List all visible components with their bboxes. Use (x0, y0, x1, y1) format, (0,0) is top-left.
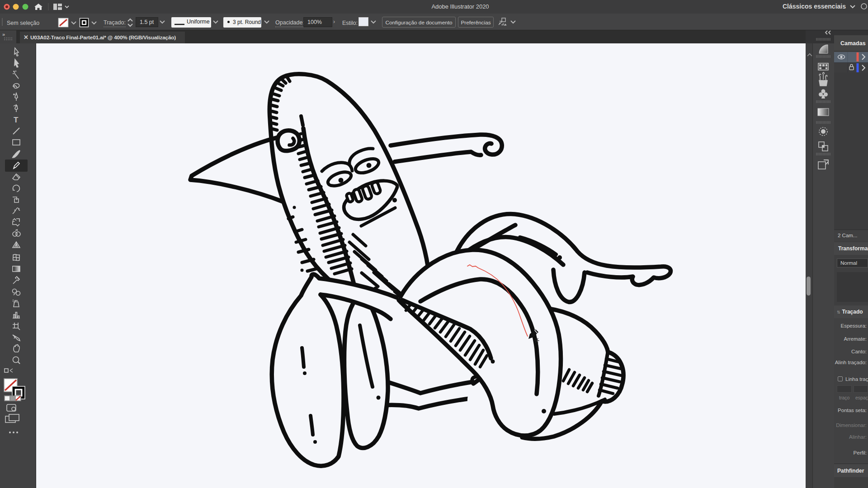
svg-text:T: T (14, 116, 19, 124)
svg-text:»: » (2, 32, 5, 37)
